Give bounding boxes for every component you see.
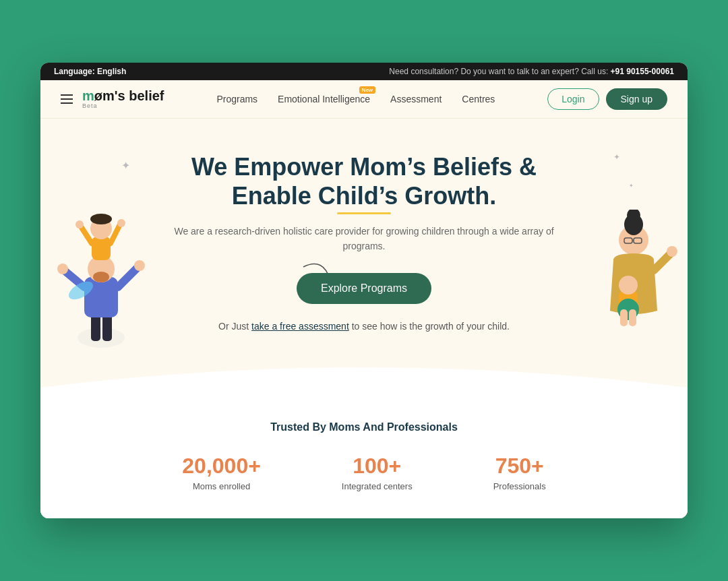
svg-rect-10 <box>92 237 111 260</box>
svg-point-27 <box>619 276 638 295</box>
hamburger-line3 <box>61 102 73 104</box>
hamburger-menu[interactable] <box>61 94 73 104</box>
svg-rect-30 <box>629 309 636 326</box>
nav-item-ei[interactable]: Emotional Intelligence New <box>278 93 370 105</box>
nav-item-programs[interactable]: Programs <box>216 93 257 105</box>
logo-text: møm's belief <box>82 88 164 104</box>
nav-link-assessment[interactable]: Assessment <box>390 94 442 104</box>
hamburger-line1 <box>61 94 73 96</box>
star-decoration-3: ✦ <box>629 183 634 189</box>
assessment-after: to see how is the growth of your child. <box>349 321 510 332</box>
assessment-link[interactable]: take a free assessment <box>251 321 349 332</box>
nav-left: møm's belief Beta <box>61 88 164 109</box>
svg-rect-2 <box>102 314 112 341</box>
star-decoration-1: ✦ <box>121 159 130 172</box>
consultation-bar: Need consultation? Do you want to talk t… <box>389 67 674 76</box>
assessment-before: Or Just <box>218 321 251 332</box>
signup-button[interactable]: Sign up <box>606 88 667 110</box>
stat-professionals: 750+ Professionals <box>493 454 546 491</box>
svg-point-8 <box>57 264 68 274</box>
stat-moms-label: Moms enrolled <box>182 481 261 491</box>
language-value: English <box>97 67 126 76</box>
logo[interactable]: møm's belief Beta <box>82 88 164 109</box>
hero-title-line1: We Empower Mom’s Beliefs & <box>191 153 537 181</box>
illustration-right <box>566 210 681 361</box>
language-bar: Language: English <box>54 67 126 76</box>
nav-actions: Login Sign up <box>547 88 667 110</box>
svg-line-12 <box>111 224 120 243</box>
svg-rect-29 <box>620 309 628 326</box>
login-button[interactable]: Login <box>547 88 599 110</box>
nav-link-ei[interactable]: Emotional Intelligence <box>278 94 370 104</box>
nav-link-programs[interactable]: Programs <box>216 94 257 104</box>
svg-point-14 <box>117 219 125 227</box>
hero-title-line2: Enable Child’s Growth. <box>232 181 497 210</box>
hero-section: ✦ ✦ ✦ <box>40 119 688 388</box>
hero-assessment-text: Or Just take a free assessment to see ho… <box>169 319 559 334</box>
consultation-text: Need consultation? Do you want to talk t… <box>389 67 610 76</box>
illustration-left <box>40 210 162 361</box>
top-bar: Language: English Need consultation? Do … <box>40 63 688 80</box>
nav-item-centres[interactable]: Centres <box>462 93 495 105</box>
navbar: møm's belief Beta Programs Emotional Int… <box>40 80 688 119</box>
stat-professionals-number: 750+ <box>493 454 546 479</box>
svg-line-24 <box>654 253 671 270</box>
stat-centers: 100+ Integrated centers <box>342 454 413 491</box>
nav-links: Programs Emotional Intelligence New Asse… <box>216 93 495 105</box>
hero-subtitle: We are a research-driven holistic care p… <box>169 224 559 254</box>
hamburger-line2 <box>61 98 73 100</box>
hero-title: We Empower Mom’s Beliefs & Enable Child’… <box>169 152 559 210</box>
stat-moms-number: 20,000+ <box>182 454 261 479</box>
logo-beta: Beta <box>82 102 98 109</box>
stat-professionals-label: Professionals <box>493 481 546 491</box>
stats-section: Trusted By Moms And Professionals 20,000… <box>40 388 688 518</box>
stat-centers-label: Integrated centers <box>342 481 413 491</box>
svg-point-13 <box>75 220 84 228</box>
svg-point-0 <box>78 328 125 348</box>
new-badge: New <box>359 86 375 94</box>
svg-point-5 <box>93 272 109 282</box>
svg-rect-1 <box>91 314 100 341</box>
svg-point-16 <box>90 214 112 224</box>
stats-title: Trusted By Moms And Professionals <box>40 421 688 433</box>
star-decoration-2: ✦ <box>613 152 620 162</box>
nav-link-centres[interactable]: Centres <box>462 94 495 104</box>
svg-line-7 <box>118 267 138 287</box>
stat-moms: 20,000+ Moms enrolled <box>182 454 261 491</box>
language-label: Language: <box>54 67 97 76</box>
svg-point-25 <box>667 246 677 257</box>
browser-window: Language: English Need consultation? Do … <box>40 63 688 519</box>
explore-programs-button[interactable]: Explore Programs <box>297 273 431 304</box>
svg-point-9 <box>134 260 145 271</box>
svg-line-11 <box>81 226 92 243</box>
nav-item-assessment[interactable]: Assessment <box>390 93 442 105</box>
phone-number: +91 90155-00061 <box>611 67 674 76</box>
stats-grid: 20,000+ Moms enrolled 100+ Integrated ce… <box>40 454 688 491</box>
hero-content: We Empower Mom’s Beliefs & Enable Child’… <box>169 152 559 334</box>
stat-centers-number: 100+ <box>342 454 413 479</box>
